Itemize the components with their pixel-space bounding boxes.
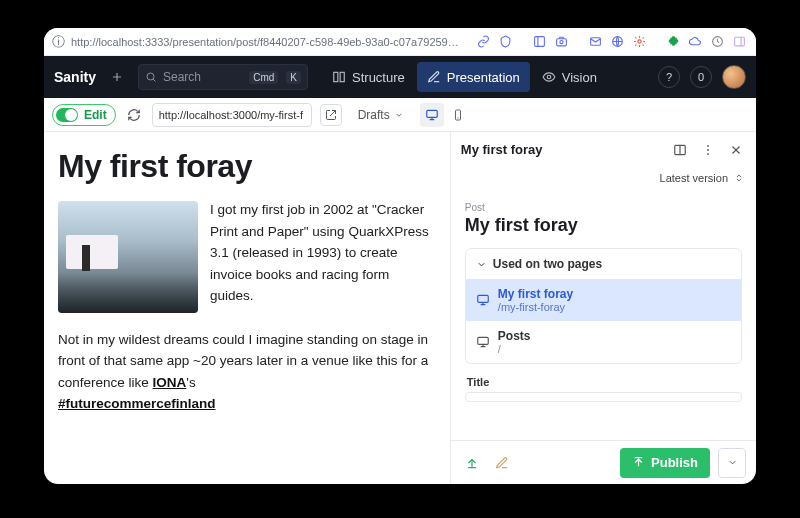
- panel-close-icon[interactable]: [726, 140, 746, 160]
- cloud-icon[interactable]: [687, 33, 703, 51]
- version-dropdown[interactable]: Latest version: [660, 172, 744, 184]
- svg-rect-0: [535, 37, 545, 47]
- tab-structure[interactable]: Structure: [322, 62, 415, 92]
- hashtag-link[interactable]: #futurecommercefinland: [58, 396, 216, 411]
- page-row[interactable]: My first foray /my-first-foray: [466, 279, 741, 321]
- svg-point-5: [638, 40, 641, 43]
- document-panel: My first foray Latest version Post My fi…: [450, 132, 756, 484]
- desktop-icon: [476, 335, 490, 349]
- publish-label: Publish: [651, 455, 698, 470]
- svg-point-8: [147, 73, 154, 80]
- devtools-icon[interactable]: [710, 33, 726, 51]
- structure-icon: [332, 70, 346, 84]
- link-iona[interactable]: IONA: [153, 375, 187, 390]
- create-button[interactable]: [106, 66, 128, 88]
- camera-icon[interactable]: [554, 33, 570, 51]
- presentation-icon: [427, 70, 441, 84]
- preview-url-text: http://localhost:3000/my-first-f: [159, 109, 303, 121]
- svg-rect-7: [735, 37, 745, 46]
- browser-url-text[interactable]: http://localhost:3333/presentation/post/…: [71, 36, 464, 48]
- svg-rect-18: [478, 295, 489, 302]
- edit-toggle-label: Edit: [84, 108, 107, 122]
- svg-rect-9: [334, 72, 338, 81]
- page-title: My first foray: [498, 287, 573, 301]
- used-on-label: Used on two pages: [493, 257, 602, 271]
- title-field-label: Title: [467, 376, 740, 388]
- panel-doc-title: My first foray: [461, 142, 662, 157]
- panel-heading: My first foray: [465, 215, 742, 236]
- vision-icon: [542, 70, 556, 84]
- notification-count[interactable]: 0: [690, 66, 712, 88]
- link-icon[interactable]: [476, 33, 492, 51]
- main-body: My first foray I got my first job in 200…: [44, 132, 756, 484]
- panel-footer: Publish: [451, 440, 756, 484]
- svg-point-17: [707, 153, 709, 155]
- panel-menu-icon[interactable]: [698, 140, 718, 160]
- toggle-switch-icon: [56, 108, 78, 122]
- search-icon: [145, 71, 157, 83]
- publish-button[interactable]: Publish: [620, 448, 710, 478]
- puzzle-icon[interactable]: [665, 33, 681, 51]
- svg-point-2: [560, 40, 563, 43]
- device-mobile-button[interactable]: [446, 103, 470, 127]
- resize-icon[interactable]: [531, 33, 547, 51]
- svg-rect-10: [340, 72, 344, 81]
- tab-vision[interactable]: Vision: [532, 62, 607, 92]
- app-window: ⓘ http://localhost:3333/presentation/pos…: [44, 28, 756, 484]
- mail-check-icon[interactable]: [587, 33, 603, 51]
- desktop-icon: [476, 293, 490, 307]
- drafts-label: Drafts: [358, 108, 390, 122]
- article-heading[interactable]: My first foray: [58, 148, 436, 185]
- page-title: Posts: [498, 329, 531, 343]
- article-body[interactable]: I got my first job in 2002 at "Cracker P…: [58, 199, 436, 415]
- browser-url-bar: ⓘ http://localhost:3333/presentation/pos…: [44, 28, 756, 56]
- svg-point-11: [547, 75, 551, 79]
- tab-presentation-label: Presentation: [447, 70, 520, 85]
- edit-toggle[interactable]: Edit: [52, 104, 116, 126]
- avatar[interactable]: [722, 65, 746, 89]
- page-row[interactable]: Posts /: [466, 321, 741, 363]
- chevron-down-icon: [476, 259, 487, 270]
- preview-pane: My first foray I got my first job in 200…: [44, 132, 450, 484]
- svg-rect-19: [478, 337, 489, 344]
- sync-up-icon[interactable]: [461, 452, 483, 474]
- preview-toolbar: Edit http://localhost:3000/my-first-f Dr…: [44, 98, 756, 132]
- paragraph-2b: 's: [186, 375, 195, 390]
- device-desktop-button[interactable]: [420, 103, 444, 127]
- used-on-header[interactable]: Used on two pages: [466, 249, 741, 279]
- publish-dropdown[interactable]: [718, 448, 746, 478]
- page-path: /: [498, 343, 531, 355]
- preview-url-input[interactable]: http://localhost:3000/my-first-f: [152, 103, 312, 127]
- svg-point-16: [707, 149, 709, 151]
- edit-icon[interactable]: [491, 452, 513, 474]
- app-topbar: Sanity Search Cmd K Structure Presentati…: [44, 56, 756, 98]
- chevron-down-icon: [394, 110, 404, 120]
- refresh-button[interactable]: [124, 105, 144, 125]
- gear-icon[interactable]: [632, 33, 648, 51]
- paragraph-1: I got my first job in 2002 at "Cracker P…: [210, 202, 429, 303]
- publish-icon: [632, 456, 645, 469]
- brand-label[interactable]: Sanity: [54, 69, 96, 85]
- version-label: Latest version: [660, 172, 728, 184]
- chevron-down-icon: [727, 457, 738, 468]
- kbd-k: K: [286, 71, 301, 84]
- globe-icon[interactable]: [609, 33, 625, 51]
- drafts-dropdown[interactable]: Drafts: [350, 103, 412, 127]
- search-placeholder: Search: [163, 70, 241, 84]
- svg-point-15: [707, 144, 709, 146]
- hashtag-text: #futurecommercefinland: [58, 396, 216, 411]
- title-field-input[interactable]: [465, 392, 742, 402]
- hero-image: [58, 201, 198, 313]
- tab-vision-label: Vision: [562, 70, 597, 85]
- shield-icon[interactable]: [498, 33, 514, 51]
- panel-header: My first foray: [451, 132, 756, 168]
- info-icon[interactable]: ⓘ: [52, 33, 65, 51]
- search-input[interactable]: Search Cmd K: [138, 64, 308, 90]
- help-button[interactable]: ?: [658, 66, 680, 88]
- svg-rect-12: [426, 110, 437, 117]
- open-external-button[interactable]: [320, 104, 342, 126]
- tab-presentation[interactable]: Presentation: [417, 62, 530, 92]
- paragraph-2a: Not in my wildest dreams could I imagine…: [58, 332, 428, 390]
- panel-split-icon[interactable]: [670, 140, 690, 160]
- sidebar-icon[interactable]: [732, 33, 748, 51]
